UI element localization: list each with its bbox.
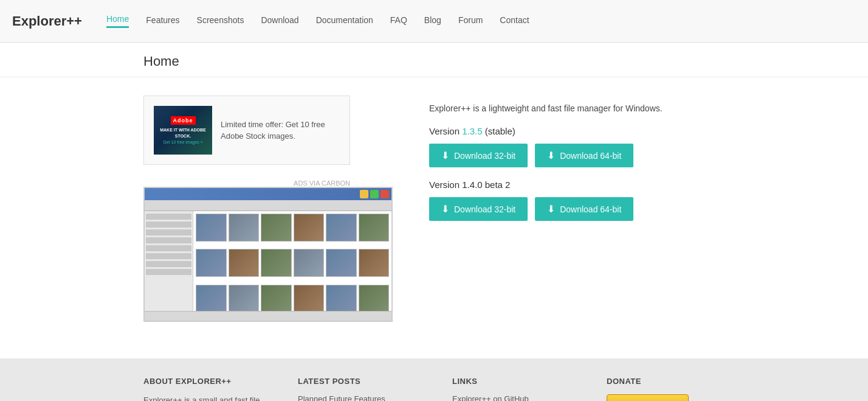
app-sidebar [145,211,193,321]
footer-about-text: Explorer++ is a small and fast file mana… [143,394,261,401]
app-thumbnail [229,214,260,242]
left-column: Adobe MAKE IT WITH ADOBE STOCK. Get 10 f… [143,96,405,322]
nav-features[interactable]: Features [146,15,179,27]
main-nav: Home Features Screenshots Download Docum… [106,14,529,28]
app-thumbnail [294,249,325,277]
footer-posts: LATEST POSTS Planned Future Features Exp… [298,377,416,401]
download-stable-32-button[interactable]: ⬇ Download 32-bit [429,144,528,167]
app-thumbnail [326,214,357,242]
footer-github-link[interactable]: Explorer++ on GitHub [452,394,570,401]
app-thumbnail [359,214,390,242]
version-stable-text: Version [429,126,462,136]
download-beta-64-button[interactable]: ⬇ Download 64-bit [535,197,633,221]
app-thumbnail [196,249,227,277]
app-thumbnail [229,249,260,277]
main-content: Adobe MAKE IT WITH ADOBE STOCK. Get 10 f… [0,77,868,340]
app-sidebar-item [146,221,191,228]
download-beta-32-button[interactable]: ⬇ Download 32-bit [429,197,528,221]
stable-download-buttons: ⬇ Download 32-bit ⬇ Download 64-bit [429,144,725,167]
app-thumbnail [359,285,390,313]
app-main-area [193,211,391,321]
footer-donate: DONATE Donate PayPal [607,377,725,401]
app-thumbnail [196,214,227,242]
donate-button[interactable]: Donate PayPal [607,394,689,401]
footer-about-title: ABOUT EXPLORER++ [143,377,261,386]
download-icon: ⬇ [547,150,555,161]
app-thumbnail [326,285,357,313]
app-sidebar-item [146,269,191,275]
ad-box: Adobe MAKE IT WITH ADOBE STOCK. Get 10 f… [143,96,350,165]
app-thumbnail [261,285,292,313]
app-statusbar [145,311,391,321]
app-sidebar-item [146,214,191,220]
nav-documentation[interactable]: Documentation [316,15,373,27]
app-body [145,211,391,321]
app-titlebar [145,188,391,200]
header: Explorer++ Home Features Screenshots Dow… [0,0,868,43]
app-thumbnail [261,249,292,277]
ad-img-text: MAKE IT WITH ADOBE STOCK. [154,127,212,138]
nav-home[interactable]: Home [106,14,129,28]
version-stable-num: 1.3.5 [462,126,482,136]
app-sidebar-item [146,245,191,251]
page-title: Home [143,54,725,69]
download-stable-64-button[interactable]: ⬇ Download 64-bit [535,144,633,167]
dl-beta-32-label: Download 32-bit [454,204,515,214]
version-beta-label: Version 1.4.0 beta 2 [429,180,725,190]
dl-beta-64-label: Download 64-bit [560,204,621,214]
ad-image: Adobe MAKE IT WITH ADOBE STOCK. Get 10 f… [154,106,212,155]
app-sidebar-item [146,229,191,235]
version-stable-label: Version 1.3.5 (stable) [429,126,725,136]
app-maximize-btn [370,190,379,198]
nav-blog[interactable]: Blog [424,15,441,27]
download-icon: ⬇ [441,203,449,215]
app-thumbnail [359,249,390,277]
app-thumbnail [229,285,260,313]
nav-faq[interactable]: FAQ [390,15,407,27]
nav-contact[interactable]: Contact [500,15,529,27]
nav-forum[interactable]: Forum [458,15,483,27]
download-icon: ⬇ [441,150,449,161]
version-stable-suffix: (stable) [483,126,515,136]
beta-download-buttons: ⬇ Download 32-bit ⬇ Download 64-bit [429,197,725,221]
app-minimize-btn [360,190,368,198]
dl-stable-64-label: Download 64-bit [560,151,621,161]
app-thumbnail [326,249,357,277]
footer-links-title: LINKS [452,377,570,386]
ad-via: ADS VIA CARBON [143,180,350,187]
dl-stable-32-label: Download 32-bit [454,151,515,161]
footer-donate-title: DONATE [607,377,725,386]
footer-posts-title: LATEST POSTS [298,377,416,386]
app-sidebar-item [146,261,191,267]
app-thumbnail [196,285,227,313]
footer: ABOUT EXPLORER++ Explorer++ is a small a… [0,358,868,401]
app-toolbar [145,200,391,211]
right-column: Explorer++ is a lightweight and fast fil… [429,96,725,322]
adobe-logo: Adobe [171,116,196,125]
app-screenshot [143,187,393,322]
ad-text: Limited time offer: Get 10 free Adobe St… [221,119,340,142]
app-thumbnail [261,214,292,242]
download-icon: ⬇ [547,203,555,215]
nav-screenshots[interactable]: Screenshots [197,15,244,27]
breadcrumb: Home [0,43,868,77]
app-sidebar-item [146,253,191,259]
nav-download[interactable]: Download [261,15,298,27]
app-description: Explorer++ is a lightweight and fast fil… [429,102,725,115]
app-thumbnail [294,214,325,242]
app-sidebar-item [146,237,191,243]
app-close-btn [381,190,389,198]
app-thumbnail [294,285,325,313]
footer-links: LINKS Explorer++ on GitHub [452,377,570,401]
footer-post-link[interactable]: Planned Future Features [298,394,416,401]
footer-about: ABOUT EXPLORER++ Explorer++ is a small a… [143,377,261,401]
logo[interactable]: Explorer++ [12,13,82,29]
ad-link: Get 10 free images » [163,140,202,144]
